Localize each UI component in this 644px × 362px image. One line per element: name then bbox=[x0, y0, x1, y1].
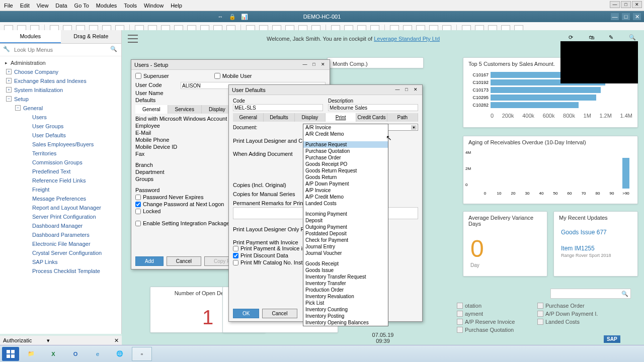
tab-drag-relate[interactable]: Drag & Relate bbox=[61, 30, 122, 43]
dropdown-option[interactable]: Postdated Deposit bbox=[303, 230, 388, 237]
dropdown-option[interactable]: Inventory Transfer Request bbox=[303, 274, 388, 280]
win-close[interactable]: ✕ bbox=[319, 62, 327, 68]
tab-general[interactable]: General bbox=[233, 113, 264, 122]
dropdown-option[interactable]: Outgoing Payment bbox=[303, 224, 388, 230]
status-close-icon[interactable]: ✕ bbox=[114, 337, 119, 344]
status-dropdown-icon[interactable]: ▾ bbox=[47, 337, 50, 344]
dropdown-option[interactable]: A/P Down Payment bbox=[303, 180, 388, 187]
dropdown-option[interactable]: Goods Return bbox=[303, 174, 388, 180]
tree-item[interactable]: −Setup bbox=[0, 95, 121, 104]
menu-tools[interactable]: Tools bbox=[124, 3, 137, 9]
tree-item[interactable]: Commission Groups bbox=[0, 158, 121, 167]
add-button[interactable]: Add bbox=[135, 256, 164, 266]
dropdown-option[interactable]: Pick List bbox=[303, 300, 388, 306]
dropdown-option[interactable]: Goods Issue bbox=[303, 267, 388, 274]
tree-item[interactable]: +Exchange Rates and Indexes bbox=[0, 76, 121, 85]
shortcut-item[interactable]: A/P Reserve Invoice bbox=[457, 319, 527, 325]
win-maximize[interactable]: □ bbox=[310, 62, 317, 68]
shortcut-item[interactable]: otation bbox=[457, 303, 527, 309]
menu-edit[interactable]: Edit bbox=[20, 3, 30, 9]
taskbar-sap[interactable]: ▫ bbox=[132, 347, 152, 361]
dropdown-option[interactable]: A/P Credit Memo bbox=[303, 194, 388, 200]
menu-modules[interactable]: Modules bbox=[96, 3, 117, 9]
dropdown-option[interactable]: A/R Invoice bbox=[303, 124, 388, 131]
tree-item[interactable]: Crystal Server Configuration bbox=[0, 248, 121, 257]
win-maximize[interactable]: □ bbox=[622, 13, 630, 20]
dropdown-option[interactable]: Goods Receipt PO bbox=[303, 161, 388, 167]
tree-item[interactable]: Report and Layout Manager bbox=[0, 203, 121, 212]
outer-close[interactable]: ✕ bbox=[632, 1, 642, 8]
win-maximize[interactable]: □ bbox=[403, 87, 410, 93]
shortcut-item[interactable]: A/P Down Payment I. bbox=[537, 311, 608, 317]
tree-item[interactable]: Territories bbox=[0, 149, 121, 158]
shortcut-item[interactable]: Purchase Quotation bbox=[457, 327, 527, 333]
shortcut-item[interactable]: Landed Costs bbox=[537, 319, 608, 325]
dropdown-option[interactable]: Landed Costs bbox=[303, 200, 388, 207]
tree-item[interactable]: Dashboard Manager bbox=[0, 221, 121, 230]
menu-help[interactable]: Help bbox=[171, 3, 182, 9]
code-input[interactable] bbox=[233, 104, 323, 111]
dropdown-option[interactable]: Inventory Counting bbox=[303, 306, 388, 313]
dropdown-option[interactable]: Incoming Payment bbox=[303, 211, 388, 217]
desc-input[interactable] bbox=[328, 104, 418, 111]
tab-general[interactable]: General bbox=[135, 105, 168, 114]
taskbar-ie[interactable]: e bbox=[88, 347, 108, 361]
dropdown-option[interactable]: Inventory Revaluation bbox=[303, 293, 388, 300]
win-minimize[interactable]: — bbox=[301, 62, 308, 68]
tree-item[interactable]: Freight bbox=[0, 185, 121, 194]
tree-item[interactable]: Server Print Configuration bbox=[0, 212, 121, 221]
search-icon[interactable]: 🔍 bbox=[110, 46, 118, 54]
document-dropdown-list[interactable]: A/R InvoiceA/R Credit MemoPurchase Reque… bbox=[303, 124, 388, 326]
dropdown-option[interactable]: Inventory Transfer bbox=[303, 280, 388, 287]
tab-modules[interactable]: Modules bbox=[0, 30, 61, 43]
win-close[interactable]: ✕ bbox=[412, 87, 419, 93]
superuser-checkbox[interactable]: Superuser bbox=[135, 73, 169, 79]
win-close[interactable]: ✕ bbox=[633, 13, 641, 20]
cancel-button[interactable]: Cancel bbox=[167, 256, 201, 266]
search-input[interactable] bbox=[14, 47, 110, 53]
tree-item[interactable]: Electronic File Manager bbox=[0, 239, 121, 248]
tab-print[interactable]: Print bbox=[326, 113, 356, 122]
tree-item[interactable]: Process Checklist Template bbox=[0, 266, 121, 276]
dropdown-option[interactable]: Goods Receipt bbox=[303, 260, 388, 267]
menu-view[interactable]: View bbox=[37, 3, 49, 9]
dropdown-option[interactable]: Inventory Posting bbox=[303, 313, 388, 319]
dropdown-option[interactable]: A/R Credit Memo bbox=[303, 131, 388, 137]
tree-item[interactable]: +Choose Company bbox=[0, 67, 121, 76]
ok-button[interactable]: OK bbox=[233, 309, 259, 318]
update-link[interactable]: Item IM1255 bbox=[554, 236, 637, 252]
tree-item[interactable]: Sales Employees/Buyers bbox=[0, 140, 121, 149]
dropdown-option[interactable]: Purchase Quotation bbox=[303, 148, 388, 154]
tree-item[interactable]: User Groups bbox=[0, 122, 121, 131]
dropdown-option[interactable]: Inventory Opening Balances bbox=[303, 319, 388, 326]
dropdown-option[interactable]: Journal Entry bbox=[303, 243, 388, 250]
win-minimize[interactable]: — bbox=[394, 87, 401, 93]
tree-item[interactable]: SAP Links bbox=[0, 257, 121, 266]
tree-item[interactable]: Reference Field Links bbox=[0, 176, 121, 185]
shortcut-item[interactable]: Purchase Order bbox=[537, 303, 608, 309]
tab-display[interactable]: Display bbox=[295, 113, 326, 122]
company-link[interactable]: Leverage Standard Pty Ltd bbox=[374, 36, 440, 42]
tree-item[interactable]: −General bbox=[0, 104, 121, 113]
taskbar-excel[interactable]: X bbox=[43, 347, 63, 361]
dropdown-option[interactable]: A/P Invoice bbox=[303, 187, 388, 194]
tab-path[interactable]: Path bbox=[387, 113, 418, 122]
taskbar-outlook[interactable]: O bbox=[65, 347, 86, 361]
dropdown-option[interactable]: Goods Return Request bbox=[303, 167, 388, 174]
mobile-user-checkbox[interactable]: Mobile User bbox=[214, 73, 252, 79]
dropdown-option[interactable]: Purchase Request bbox=[303, 141, 388, 148]
tab-services[interactable]: Services bbox=[168, 105, 202, 114]
shortcut-item[interactable]: ayment bbox=[457, 311, 527, 317]
tree-item[interactable]: Message Preferences bbox=[0, 194, 121, 203]
outer-minimize[interactable]: — bbox=[610, 1, 620, 8]
dropdown-option[interactable]: Production Order bbox=[303, 287, 388, 293]
cancel-button[interactable]: Cancel bbox=[262, 309, 297, 318]
win-minimize[interactable]: — bbox=[611, 13, 619, 20]
taskbar-explorer[interactable]: 📁 bbox=[21, 347, 41, 361]
tab-credit-cards[interactable]: Credit Cards bbox=[356, 113, 387, 122]
dropdown-option[interactable]: Journal Voucher bbox=[303, 250, 388, 256]
dropdown-option[interactable]: Deposit bbox=[303, 217, 388, 224]
tab-defaults[interactable]: Defaults bbox=[264, 113, 294, 122]
menu-window[interactable]: Window bbox=[144, 3, 164, 9]
menu-data[interactable]: Data bbox=[55, 3, 67, 9]
